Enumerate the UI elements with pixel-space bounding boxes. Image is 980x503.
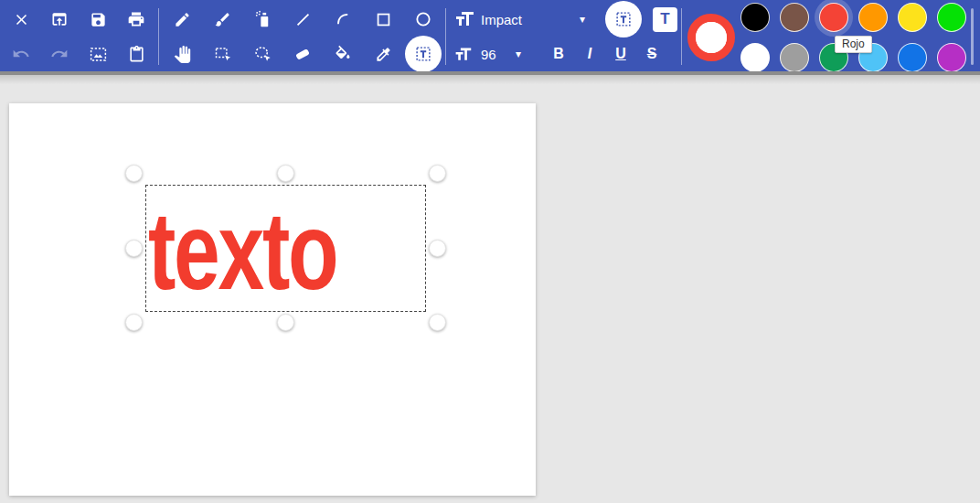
selection-handle-middle-left[interactable] [125,240,143,257]
swatch-yellow[interactable] [898,3,927,32]
font-family-value[interactable]: Impact [481,12,572,27]
color-tooltip: Rojo [835,36,872,53]
selection-handle-top-left[interactable] [125,165,143,182]
pan-tool-button[interactable] [162,37,202,70]
undo-button[interactable] [2,37,40,70]
lasso-select-button[interactable] [242,37,282,70]
italic-button[interactable]: I [574,38,605,70]
rectangle-icon [375,11,392,28]
eraser-icon [293,45,312,63]
current-fill-color [696,22,727,53]
current-color-indicator[interactable] [687,14,735,61]
selection-handle-bottom-center[interactable] [277,314,294,331]
ellipse-tool-button[interactable] [403,3,443,36]
text-selection-box[interactable] [145,185,426,312]
strikethrough-button[interactable]: S [636,38,667,70]
spray-tool-button[interactable] [242,3,282,36]
selection-handle-bottom-left[interactable] [125,314,143,331]
toolbar: Impact ▾ T 96 ▾ B I U S [0,0,980,75]
workspace: texto [0,75,980,503]
fill-tool-button[interactable] [323,37,363,70]
pencil-tool-button[interactable] [162,3,202,36]
curve-icon [335,11,352,28]
line-icon [294,11,312,28]
paste-button[interactable] [117,37,155,70]
text-opaque-mode-button[interactable]: T [653,7,677,32]
swatch-orange[interactable] [858,3,888,32]
ellipse-icon [414,10,432,28]
print-button[interactable] [117,3,155,36]
underline-button[interactable]: U [605,38,636,70]
save-button[interactable] [79,3,117,36]
bold-button[interactable]: B [543,38,574,70]
text-box-icon [613,9,634,29]
drawing-canvas[interactable]: texto [9,103,536,496]
eyedropper-icon [375,46,392,63]
rectangle-select-button[interactable] [202,37,242,70]
brush-tool-button[interactable] [202,3,242,36]
brush-icon [214,11,231,28]
file-group [2,0,159,71]
font-size-icon [453,45,473,64]
rectangle-tool-button[interactable] [363,3,403,36]
eraser-tool-button[interactable] [282,37,323,70]
close-button[interactable] [2,3,40,36]
swatch-gray[interactable] [780,43,809,72]
swatch-red[interactable] [819,3,848,32]
insert-image-button[interactable] [79,37,117,70]
print-icon [127,10,145,28]
paint-app: Impact ▾ T 96 ▾ B I U S [0,0,980,503]
swatch-black[interactable] [740,3,770,32]
swatch-brown[interactable] [780,3,809,32]
toolbar-scroll-indicator [971,8,974,65]
text-transparent-mode-button[interactable] [605,1,642,37]
hand-icon [174,46,191,63]
close-icon [13,11,30,28]
font-family-icon [453,8,475,30]
line-tool-button[interactable] [282,3,323,36]
swatch-blue[interactable] [898,43,927,72]
rectangle-select-icon [213,45,232,64]
swatch-green[interactable] [937,3,966,32]
curve-tool-button[interactable] [323,3,363,36]
font-size-value[interactable]: 96 [481,47,508,62]
text-format-group: Impact ▾ T 96 ▾ B I U S [446,0,682,71]
redo-icon [50,45,69,63]
export-button[interactable] [40,3,79,36]
colors-group [682,0,980,71]
color-picker-button[interactable] [363,37,403,70]
open-in-browser-icon [50,10,69,28]
redo-button[interactable] [40,37,79,70]
selection-handle-bottom-right[interactable] [429,314,446,331]
paint-bucket-icon [334,45,352,63]
clipboard-icon [128,46,145,63]
selection-handle-top-center[interactable] [277,165,294,182]
swatch-purple[interactable] [937,43,966,72]
image-select-icon [89,45,108,64]
swatch-white[interactable] [740,43,770,72]
pencil-icon [174,11,191,28]
text-box-icon [413,44,433,64]
save-icon [90,11,107,28]
font-size-dropdown-caret[interactable]: ▾ [508,48,528,60]
spray-can-icon [253,10,272,28]
toolbar-bottom-strip [0,71,980,75]
undo-icon [12,45,30,63]
selection-handle-middle-right[interactable] [429,240,446,257]
text-tool-button[interactable] [403,37,443,70]
font-family-dropdown-caret[interactable]: ▾ [572,13,592,26]
text-tool-selected-indicator [405,36,442,72]
lasso-select-icon [253,45,272,64]
selection-handle-top-right[interactable] [429,165,446,182]
tools-group [159,0,446,71]
